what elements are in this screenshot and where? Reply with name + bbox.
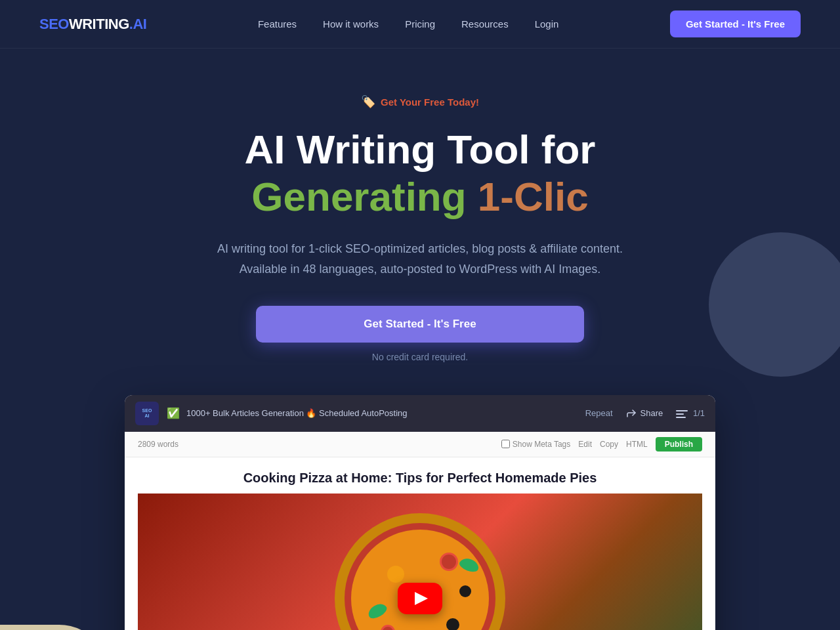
hero-title-green: Generating — [251, 174, 466, 219]
youtube-play-button[interactable] — [398, 583, 442, 614]
play-triangle-icon — [415, 592, 428, 605]
svg-rect-1 — [676, 413, 684, 415]
topping-4 — [446, 618, 459, 630]
hero-title-line1: AI Writing Tool for — [245, 127, 596, 172]
navbar: SEOWRITING.AI Features How it works Pric… — [0, 0, 840, 49]
video-toolbar-right: Show Meta Tags Edit Copy HTML Publish — [501, 437, 702, 452]
logo-ai-text: .AI — [129, 16, 147, 33]
video-topbar-right: Repeat Share 1/1 — [585, 408, 705, 418]
hero-title-line2: Generating 1-Clic — [251, 175, 588, 219]
video-logo: SEOAI — [135, 402, 159, 425]
share-icon — [626, 409, 637, 418]
video-logo-text: SEOAI — [142, 408, 152, 418]
nav-links: Features How it works Pricing Resources … — [258, 18, 558, 30]
video-repeat-label: Repeat — [585, 408, 613, 418]
menu-icon — [676, 410, 688, 418]
svg-rect-2 — [676, 417, 686, 418]
nav-cta-button[interactable]: Get Started - It's Free — [670, 10, 801, 37]
video-checkmark: ✅ — [167, 407, 180, 419]
html-button[interactable]: HTML — [626, 440, 648, 449]
video-word-count: 2809 words — [138, 440, 178, 449]
video-card: SEOAI ✅ 1000+ Bulk Articles Generation 🔥… — [125, 395, 715, 630]
topping-3 — [459, 585, 471, 597]
show-meta-checkbox-label[interactable]: Show Meta Tags — [501, 440, 571, 449]
show-meta-label: Show Meta Tags — [513, 440, 571, 449]
hero-badge: 🏷️ Get Your Free Today! — [361, 94, 479, 109]
video-counter-text: 1/1 — [693, 408, 705, 418]
video-toolbar-bar: 2809 words Show Meta Tags Edit Copy HTML… — [125, 432, 715, 457]
hero-subtitle: AI writing tool for 1-click SEO-optimize… — [197, 239, 643, 279]
hero-section: 🏷️ Get Your Free Today! AI Writing Tool … — [0, 49, 840, 630]
video-title-text: 1000+ Bulk Articles Generation 🔥 Schedul… — [186, 408, 408, 418]
logo-writing-text: WRITING — [69, 16, 129, 33]
video-share-area[interactable]: Share — [626, 408, 663, 418]
hero-title-orange: 1-Clic — [478, 174, 589, 219]
badge-icon: 🏷️ — [361, 94, 375, 109]
pizza-image-area[interactable] — [138, 494, 702, 630]
video-content-area: 2809 words Show Meta Tags Edit Copy HTML… — [125, 432, 715, 630]
logo[interactable]: SEOWRITING.AI — [39, 16, 146, 33]
video-topbar: SEOAI ✅ 1000+ Bulk Articles Generation 🔥… — [125, 395, 715, 432]
publish-button[interactable]: Publish — [656, 437, 702, 452]
video-title-area: ✅ 1000+ Bulk Articles Generation 🔥 Sched… — [167, 407, 578, 419]
copy-button[interactable]: Copy — [600, 440, 618, 449]
edit-button[interactable]: Edit — [578, 440, 592, 449]
video-counter: 1/1 — [676, 408, 705, 418]
topping-5 — [387, 566, 404, 583]
badge-text: Get Your Free Today! — [381, 96, 479, 108]
video-container: SEOAI ✅ 1000+ Bulk Articles Generation 🔥… — [125, 395, 715, 630]
show-meta-checkbox[interactable] — [501, 440, 510, 448]
hero-cta-button[interactable]: Get Started - It's Free — [256, 306, 584, 343]
nav-features[interactable]: Features — [258, 18, 297, 30]
deco-circle-right — [709, 232, 840, 377]
topping-1 — [440, 553, 458, 571]
nav-how-it-works[interactable]: How it works — [323, 18, 379, 30]
nav-login[interactable]: Login — [535, 18, 559, 30]
video-article-title: Cooking Pizza at Home: Tips for Perfect … — [138, 471, 702, 486]
deco-shape-left — [0, 625, 118, 630]
nav-resources[interactable]: Resources — [461, 18, 509, 30]
nav-pricing[interactable]: Pricing — [405, 18, 435, 30]
logo-seo-text: SEO — [39, 16, 69, 33]
no-credit-card-text: No credit card required. — [372, 352, 468, 362]
video-article: Cooking Pizza at Home: Tips for Perfect … — [125, 457, 715, 630]
video-share-label: Share — [640, 408, 663, 418]
svg-rect-0 — [676, 410, 688, 411]
